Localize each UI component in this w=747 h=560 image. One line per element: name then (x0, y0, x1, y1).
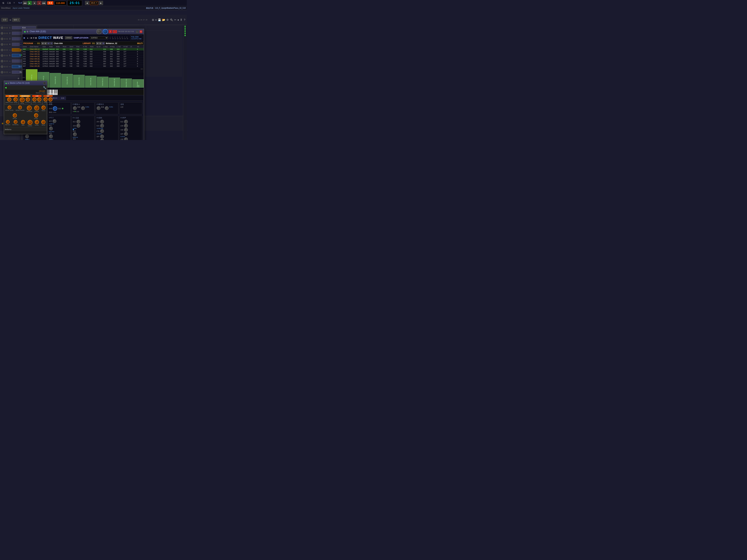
prog-btn-4[interactable]: S (50, 42, 53, 45)
prog-btn-1[interactable]: ◀ (41, 42, 44, 45)
fx-chorus-depth-knob[interactable] (124, 128, 128, 132)
sample-bar-10[interactable]: Choir Ahh (12) (132, 79, 144, 87)
dw-sound-knob[interactable] (96, 29, 102, 34)
toolbar-btn-1[interactable]: 全部 (1, 18, 8, 22)
icon-record[interactable]: ● (178, 18, 179, 21)
fx-a-knob-2[interactable] (81, 106, 85, 110)
prog-btn-2[interactable]: ▶ (44, 42, 47, 45)
side-tab-4[interactable]: 型 (20, 47, 23, 49)
zone-row-3[interactable]: 003 Choir Ahh (4) 137813 044100 000 045 … (22, 55, 144, 58)
lfo1-attack-knob[interactable] (25, 134, 29, 138)
bpm-display[interactable]: 110.000 (54, 1, 67, 5)
zone-row-0[interactable]: 000 Choir Ahh (1) 094543 044100 000 036 … (22, 48, 144, 51)
fx-filter-feedback-knob[interactable] (77, 124, 80, 128)
prog-btn-3[interactable]: M (47, 42, 50, 45)
membrane-cutoff-knob[interactable] (26, 98, 30, 102)
lib-btn-2[interactable]: ▶ (99, 42, 102, 45)
sof-freq-knob-2[interactable] (48, 98, 52, 102)
lfo2-rate-knob[interactable] (53, 119, 56, 123)
zone-row-5[interactable]: 005 Choir Ahh (6) 137813 044100 000 056 … (22, 60, 144, 62)
close-btn[interactable]: ✕ (140, 30, 142, 33)
lfo2-phase-knob[interactable] (49, 127, 53, 130)
stop-btn[interactable]: ■ (32, 1, 36, 5)
fx-chorus-back-knob[interactable] (124, 137, 128, 140)
mallet-amplitude-knob[interactable] (7, 98, 11, 102)
dw-nav-arrow[interactable]: ▶ (24, 37, 25, 39)
low-freq-knob-1[interactable] (32, 98, 36, 102)
toolbar-btn-2[interactable]: 编辑 1 (12, 18, 20, 22)
side-tab-3[interactable]: 比 (20, 45, 23, 47)
icon-mix[interactable]: 🎚 (180, 18, 183, 21)
retrig-knob[interactable] (6, 120, 10, 124)
lfo2-attack-knob[interactable] (49, 134, 53, 138)
fx-filter-lowcut-knob[interactable] (73, 132, 77, 136)
zone-row-2[interactable]: 002 Choir Ahh (3) 137813 044100 000 043 … (22, 53, 144, 55)
portamento-knob[interactable] (53, 106, 57, 111)
menu-item-proj[interactable]: 项 (1, 1, 5, 5)
fx-filter-delay-knob[interactable] (77, 120, 80, 124)
icon-save[interactable]: 💾 (158, 18, 161, 21)
zone-row-7[interactable]: 007 Choir Ahh (8) 137813 044100 000 062 … (22, 65, 144, 68)
reso-knob[interactable] (42, 106, 46, 110)
dw-red-btn[interactable]: — (113, 30, 117, 33)
electro-wrench-icon[interactable]: 🔧 (43, 86, 46, 89)
fx-b-knob-1[interactable] (97, 106, 100, 110)
level-knob-2[interactable] (35, 120, 39, 124)
open-btn[interactable]: OPEN (65, 36, 72, 39)
fx-reverb-room-knob[interactable] (100, 120, 104, 124)
tab-options[interactable]: 选项 (59, 97, 66, 100)
menu-item-tools[interactable]: 工具 (6, 1, 12, 5)
sof-freq-knob-1[interactable] (44, 98, 48, 102)
icon-help[interactable]: ? (184, 18, 185, 21)
sample-bar-5[interactable]: Choir Ahh (5) (73, 75, 85, 87)
fx-reverb-damp-knob[interactable] (100, 124, 104, 128)
sample-bar-4[interactable]: Choir Ahh (4) (61, 74, 73, 87)
electro-arrow-left[interactable]: ◀ (5, 86, 6, 89)
rewind-btn[interactable]: ◀◀ (23, 1, 27, 5)
decay-knob-bottom[interactable] (13, 113, 17, 117)
material-knob[interactable] (14, 120, 18, 124)
sample-bar-8[interactable]: Choir Ahh (8) (109, 78, 120, 87)
zone-row-1[interactable]: 001 Choir Ahh (2) 137813 044100 000 040 … (22, 51, 144, 53)
fx-chorus-delay-knob[interactable] (124, 120, 128, 124)
dw-gear-icon[interactable]: ⚙ (26, 30, 28, 33)
preset-selector[interactable]: 选择预设 (90, 36, 108, 39)
sample-bar-6[interactable]: Choir Ahh (6) (85, 76, 97, 87)
level-knob[interactable] (34, 113, 38, 117)
side-tab-2[interactable]: 延 (20, 43, 23, 44)
arrow-right-btn[interactable]: ▶ (99, 1, 103, 5)
membrane-decay-knob[interactable] (20, 98, 25, 102)
phase-knob[interactable] (34, 106, 39, 110)
minimize-btn[interactable]: — (136, 30, 138, 33)
shape-knob[interactable] (28, 120, 32, 125)
fx-chorus-feedback-knob[interactable] (124, 124, 128, 128)
lib-btn-1[interactable]: ◀ (96, 42, 99, 45)
lib-btn-3[interactable]: M (102, 42, 105, 45)
menu-item-help[interactable]: ? (13, 1, 16, 4)
dw-voice-knob[interactable] (103, 29, 108, 34)
electro-minimize-btn[interactable] (43, 82, 46, 84)
noise-level-knob[interactable] (7, 106, 11, 109)
icon-plugin[interactable]: 🔌 (170, 18, 173, 21)
electro-gear-icon[interactable]: ⚙ (7, 82, 9, 84)
tension-knob[interactable] (27, 106, 32, 110)
low-freq-knob-2[interactable] (37, 98, 41, 102)
fx-chorus-rate-knob[interactable] (124, 132, 128, 136)
icon-load[interactable]: 📂 (162, 18, 165, 21)
size-knob[interactable] (21, 120, 25, 124)
play-btn[interactable]: ▶ (28, 1, 32, 5)
icon-settings[interactable]: ⚙ (166, 18, 169, 21)
sample-bar-7[interactable]: Choir Ahh (7) (97, 77, 108, 87)
fx-reverb-rate-knob[interactable] (100, 135, 104, 138)
noise-phase-knob[interactable] (18, 106, 22, 109)
resd-knob[interactable] (41, 120, 45, 124)
sample-bar-3[interactable]: Choir Ahh (3) (50, 73, 61, 87)
fx-reverb-spread-knob[interactable] (100, 129, 104, 133)
sample-bar-9[interactable]: Choir Ahh (11) (121, 79, 132, 88)
icon-list[interactable]: ≡ (155, 18, 157, 21)
arrow-left-btn[interactable]: ◀ (85, 1, 89, 5)
fx-a-knob-1[interactable] (73, 106, 77, 110)
forward-btn[interactable]: ▶▶ (42, 1, 46, 5)
zone-row-4[interactable]: 004 Choir Ahh (5) 137813 044100 000 048 … (22, 58, 144, 60)
fx-b-knob-2[interactable] (105, 106, 108, 110)
